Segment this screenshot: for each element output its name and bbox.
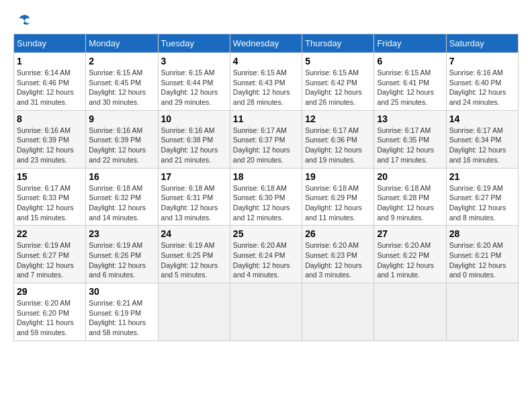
day-number: 23	[89, 228, 154, 239]
calendar-cell: 19 Sunrise: 6:18 AMSunset: 6:29 PMDaylig…	[302, 168, 374, 226]
calendar-cell: 12 Sunrise: 6:17 AMSunset: 6:36 PMDaylig…	[302, 110, 374, 168]
calendar-cell: 26 Sunrise: 6:20 AMSunset: 6:23 PMDaylig…	[302, 226, 374, 283]
day-number: 21	[449, 171, 515, 182]
calendar-cell: 9 Sunrise: 6:16 AMSunset: 6:39 PMDayligh…	[86, 110, 158, 168]
day-number: 30	[89, 286, 154, 297]
header-tuesday: Tuesday	[158, 34, 230, 53]
day-info: Sunrise: 6:20 AMSunset: 6:22 PMDaylight:…	[377, 241, 434, 279]
day-number: 27	[377, 228, 443, 239]
calendar-cell	[230, 283, 302, 341]
day-number: 3	[161, 56, 227, 66]
calendar-table: SundayMondayTuesdayWednesdayThursdayFrid…	[13, 34, 519, 341]
day-info: Sunrise: 6:17 AMSunset: 6:37 PMDaylight:…	[233, 126, 290, 164]
day-number: 16	[89, 171, 154, 182]
day-number: 6	[377, 56, 443, 66]
day-info: Sunrise: 6:18 AMSunset: 6:29 PMDaylight:…	[305, 184, 362, 222]
header-wednesday: Wednesday	[230, 34, 302, 53]
day-number: 7	[449, 56, 515, 66]
day-number: 17	[161, 171, 227, 182]
day-info: Sunrise: 6:18 AMSunset: 6:28 PMDaylight:…	[377, 184, 434, 222]
day-info: Sunrise: 6:19 AMSunset: 6:25 PMDaylight:…	[161, 241, 218, 279]
day-number: 5	[305, 56, 371, 66]
day-info: Sunrise: 6:18 AMSunset: 6:31 PMDaylight:…	[161, 184, 218, 222]
calendar-week-row: 1 Sunrise: 6:14 AMSunset: 6:46 PMDayligh…	[14, 53, 519, 111]
day-number: 19	[305, 171, 371, 182]
calendar-cell: 22 Sunrise: 6:19 AMSunset: 6:27 PMDaylig…	[14, 226, 86, 283]
day-number: 9	[89, 113, 154, 124]
calendar-cell: 23 Sunrise: 6:19 AMSunset: 6:26 PMDaylig…	[86, 226, 158, 283]
calendar-cell	[158, 283, 230, 341]
day-info: Sunrise: 6:20 AMSunset: 6:20 PMDaylight:…	[17, 299, 74, 336]
calendar-cell: 21 Sunrise: 6:19 AMSunset: 6:27 PMDaylig…	[446, 168, 518, 226]
day-number: 11	[233, 113, 299, 124]
calendar-cell: 13 Sunrise: 6:17 AMSunset: 6:35 PMDaylig…	[374, 110, 446, 168]
day-number: 10	[161, 113, 227, 124]
day-number: 12	[305, 113, 371, 124]
calendar-cell: 7 Sunrise: 6:16 AMSunset: 6:40 PMDayligh…	[446, 53, 518, 111]
calendar-cell: 3 Sunrise: 6:15 AMSunset: 6:44 PMDayligh…	[158, 53, 230, 111]
day-info: Sunrise: 6:20 AMSunset: 6:24 PMDaylight:…	[233, 241, 290, 279]
calendar-cell: 24 Sunrise: 6:19 AMSunset: 6:25 PMDaylig…	[158, 226, 230, 283]
calendar-cell: 29 Sunrise: 6:20 AMSunset: 6:20 PMDaylig…	[14, 283, 86, 341]
calendar-cell: 25 Sunrise: 6:20 AMSunset: 6:24 PMDaylig…	[230, 226, 302, 283]
header-monday: Monday	[86, 34, 158, 53]
day-number: 13	[377, 113, 443, 124]
day-info: Sunrise: 6:17 AMSunset: 6:36 PMDaylight:…	[305, 126, 362, 164]
calendar-week-row: 29 Sunrise: 6:20 AMSunset: 6:20 PMDaylig…	[14, 283, 519, 341]
calendar-cell: 8 Sunrise: 6:16 AMSunset: 6:39 PMDayligh…	[14, 110, 86, 168]
calendar-week-row: 8 Sunrise: 6:16 AMSunset: 6:39 PMDayligh…	[14, 110, 519, 168]
calendar-cell: 11 Sunrise: 6:17 AMSunset: 6:37 PMDaylig…	[230, 110, 302, 168]
header-thursday: Thursday	[302, 34, 374, 53]
day-info: Sunrise: 6:20 AMSunset: 6:23 PMDaylight:…	[305, 241, 362, 279]
day-number: 2	[89, 56, 154, 66]
calendar-cell: 16 Sunrise: 6:18 AMSunset: 6:32 PMDaylig…	[86, 168, 158, 226]
calendar-week-row: 22 Sunrise: 6:19 AMSunset: 6:27 PMDaylig…	[14, 226, 519, 283]
day-info: Sunrise: 6:19 AMSunset: 6:26 PMDaylight:…	[89, 241, 146, 279]
calendar-cell	[302, 283, 374, 341]
day-info: Sunrise: 6:17 AMSunset: 6:34 PMDaylight:…	[449, 126, 506, 164]
calendar-cell: 5 Sunrise: 6:15 AMSunset: 6:42 PMDayligh…	[302, 53, 374, 111]
day-number: 14	[449, 113, 515, 124]
day-number: 4	[233, 56, 299, 66]
header-friday: Friday	[374, 34, 446, 53]
calendar-cell: 28 Sunrise: 6:20 AMSunset: 6:21 PMDaylig…	[446, 226, 518, 283]
calendar-cell: 20 Sunrise: 6:18 AMSunset: 6:28 PMDaylig…	[374, 168, 446, 226]
day-number: 1	[17, 56, 83, 66]
day-info: Sunrise: 6:16 AMSunset: 6:38 PMDaylight:…	[161, 126, 218, 164]
day-info: Sunrise: 6:16 AMSunset: 6:39 PMDaylight:…	[89, 126, 146, 164]
day-info: Sunrise: 6:21 AMSunset: 6:19 PMDaylight:…	[89, 299, 146, 336]
calendar-cell: 30 Sunrise: 6:21 AMSunset: 6:19 PMDaylig…	[86, 283, 158, 341]
calendar-cell: 27 Sunrise: 6:20 AMSunset: 6:22 PMDaylig…	[374, 226, 446, 283]
day-info: Sunrise: 6:15 AMSunset: 6:42 PMDaylight:…	[305, 68, 362, 106]
logo	[13, 13, 31, 27]
logo-bird-icon	[15, 13, 31, 27]
day-number: 29	[17, 286, 83, 297]
day-info: Sunrise: 6:15 AMSunset: 6:45 PMDaylight:…	[89, 68, 146, 106]
calendar-cell: 1 Sunrise: 6:14 AMSunset: 6:46 PMDayligh…	[14, 53, 86, 111]
day-number: 28	[449, 228, 515, 239]
day-number: 24	[161, 228, 227, 239]
calendar-cell: 6 Sunrise: 6:15 AMSunset: 6:41 PMDayligh…	[374, 53, 446, 111]
day-number: 26	[305, 228, 371, 239]
day-number: 8	[17, 113, 83, 124]
page-header	[13, 13, 519, 27]
header-saturday: Saturday	[446, 34, 518, 53]
calendar-cell: 4 Sunrise: 6:15 AMSunset: 6:43 PMDayligh…	[230, 53, 302, 111]
day-info: Sunrise: 6:16 AMSunset: 6:39 PMDaylight:…	[17, 126, 74, 164]
day-info: Sunrise: 6:18 AMSunset: 6:32 PMDaylight:…	[89, 184, 146, 222]
calendar-cell: 10 Sunrise: 6:16 AMSunset: 6:38 PMDaylig…	[158, 110, 230, 168]
day-info: Sunrise: 6:18 AMSunset: 6:30 PMDaylight:…	[233, 184, 290, 222]
day-info: Sunrise: 6:20 AMSunset: 6:21 PMDaylight:…	[449, 241, 506, 279]
day-number: 18	[233, 171, 299, 182]
day-info: Sunrise: 6:17 AMSunset: 6:33 PMDaylight:…	[17, 184, 74, 222]
day-number: 22	[17, 228, 83, 239]
day-info: Sunrise: 6:19 AMSunset: 6:27 PMDaylight:…	[17, 241, 74, 279]
calendar-cell	[374, 283, 446, 341]
day-info: Sunrise: 6:15 AMSunset: 6:44 PMDaylight:…	[161, 68, 218, 106]
calendar-cell: 18 Sunrise: 6:18 AMSunset: 6:30 PMDaylig…	[230, 168, 302, 226]
calendar-cell	[446, 283, 518, 341]
day-number: 25	[233, 228, 299, 239]
day-info: Sunrise: 6:15 AMSunset: 6:41 PMDaylight:…	[377, 68, 434, 106]
day-info: Sunrise: 6:17 AMSunset: 6:35 PMDaylight:…	[377, 126, 434, 164]
day-info: Sunrise: 6:19 AMSunset: 6:27 PMDaylight:…	[449, 184, 506, 222]
